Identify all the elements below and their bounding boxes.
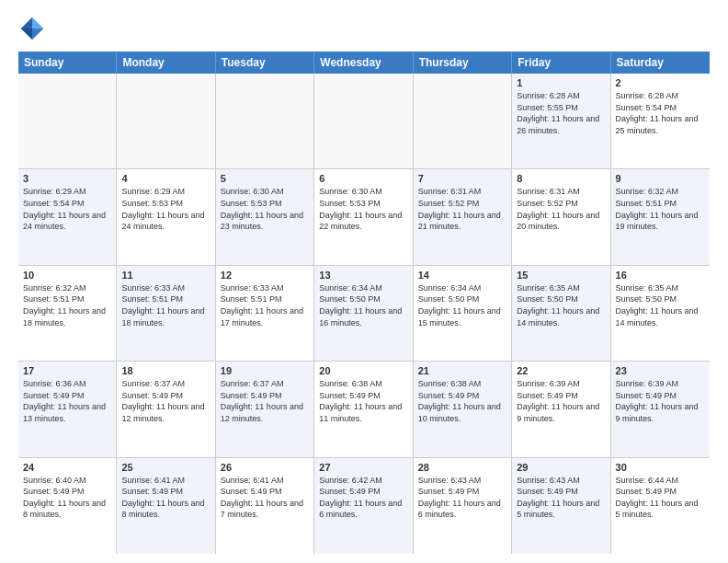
day-number: 1 <box>517 77 605 88</box>
day-number: 10 <box>23 270 111 281</box>
calendar-row: 1Sunrise: 6:28 AM Sunset: 5:55 PM Daylig… <box>18 74 710 169</box>
cell-info: Sunrise: 6:39 AM Sunset: 5:49 PM Dayligh… <box>517 378 605 424</box>
day-number: 12 <box>221 270 309 281</box>
cell-info: Sunrise: 6:32 AM Sunset: 5:51 PM Dayligh… <box>23 282 111 328</box>
cell-info: Sunrise: 6:28 AM Sunset: 5:55 PM Dayligh… <box>517 90 605 136</box>
calendar-cell: 23Sunrise: 6:39 AM Sunset: 5:49 PM Dayli… <box>611 362 710 456</box>
cell-info: Sunrise: 6:41 AM Sunset: 5:49 PM Dayligh… <box>121 475 210 521</box>
calendar-cell: 19Sunrise: 6:37 AM Sunset: 5:49 PM Dayli… <box>216 362 314 456</box>
calendar-cell: 3Sunrise: 6:29 AM Sunset: 5:54 PM Daylig… <box>18 169 117 264</box>
calendar-cell: 6Sunrise: 6:30 AM Sunset: 5:53 PM Daylig… <box>314 169 413 264</box>
calendar-cell: 1Sunrise: 6:28 AM Sunset: 5:55 PM Daylig… <box>512 74 610 168</box>
day-number: 24 <box>23 462 111 473</box>
calendar-row: 10Sunrise: 6:32 AM Sunset: 5:51 PM Dayli… <box>18 266 710 362</box>
day-number: 6 <box>319 173 407 184</box>
day-number: 17 <box>23 365 111 376</box>
calendar-cell: 14Sunrise: 6:34 AM Sunset: 5:50 PM Dayli… <box>414 266 512 361</box>
calendar-header: SundayMondayTuesdayWednesdayThursdayFrid… <box>18 52 710 74</box>
day-number: 5 <box>221 173 309 184</box>
day-number: 28 <box>418 462 506 473</box>
day-number: 27 <box>319 462 407 473</box>
cell-info: Sunrise: 6:35 AM Sunset: 5:50 PM Dayligh… <box>517 282 605 328</box>
calendar-cell: 30Sunrise: 6:44 AM Sunset: 5:49 PM Dayli… <box>611 458 710 554</box>
day-number: 26 <box>221 462 309 473</box>
calendar-body: 1Sunrise: 6:28 AM Sunset: 5:55 PM Daylig… <box>18 74 710 554</box>
day-number: 13 <box>319 270 407 281</box>
calendar-cell: 7Sunrise: 6:31 AM Sunset: 5:52 PM Daylig… <box>414 169 512 264</box>
day-number: 20 <box>319 365 407 376</box>
day-number: 23 <box>616 365 705 376</box>
calendar-cell: 26Sunrise: 6:41 AM Sunset: 5:49 PM Dayli… <box>216 458 314 554</box>
calendar-cell: 15Sunrise: 6:35 AM Sunset: 5:50 PM Dayli… <box>512 266 610 361</box>
calendar-cell: 4Sunrise: 6:29 AM Sunset: 5:53 PM Daylig… <box>117 169 215 264</box>
cell-info: Sunrise: 6:43 AM Sunset: 5:49 PM Dayligh… <box>418 475 506 521</box>
calendar-cell: 25Sunrise: 6:41 AM Sunset: 5:49 PM Dayli… <box>117 458 215 554</box>
weekday-header: Monday <box>117 52 215 74</box>
cell-info: Sunrise: 6:33 AM Sunset: 5:51 PM Dayligh… <box>121 282 210 328</box>
cell-info: Sunrise: 6:33 AM Sunset: 5:51 PM Dayligh… <box>221 282 309 328</box>
calendar-cell: 5Sunrise: 6:30 AM Sunset: 5:53 PM Daylig… <box>216 169 314 264</box>
calendar-row: 24Sunrise: 6:40 AM Sunset: 5:49 PM Dayli… <box>18 458 710 554</box>
calendar-cell <box>314 74 413 168</box>
cell-info: Sunrise: 6:34 AM Sunset: 5:50 PM Dayligh… <box>319 282 407 328</box>
page: SundayMondayTuesdayWednesdayThursdayFrid… <box>0 0 728 563</box>
day-number: 15 <box>517 270 605 281</box>
logo-icon <box>18 15 46 42</box>
calendar-cell <box>18 74 117 168</box>
cell-info: Sunrise: 6:34 AM Sunset: 5:50 PM Dayligh… <box>418 282 506 328</box>
calendar-cell: 12Sunrise: 6:33 AM Sunset: 5:51 PM Dayli… <box>216 266 314 361</box>
cell-info: Sunrise: 6:35 AM Sunset: 5:50 PM Dayligh… <box>616 282 705 328</box>
day-number: 11 <box>121 270 210 281</box>
day-number: 29 <box>517 462 605 473</box>
day-number: 30 <box>616 462 705 473</box>
cell-info: Sunrise: 6:44 AM Sunset: 5:49 PM Dayligh… <box>616 475 705 521</box>
logo <box>18 15 50 42</box>
weekday-header: Wednesday <box>314 52 413 74</box>
day-number: 2 <box>616 77 705 88</box>
day-number: 3 <box>23 173 111 184</box>
cell-info: Sunrise: 6:29 AM Sunset: 5:54 PM Dayligh… <box>23 186 111 232</box>
header <box>18 15 710 42</box>
svg-marker-4 <box>32 29 43 40</box>
calendar-cell: 27Sunrise: 6:42 AM Sunset: 5:49 PM Dayli… <box>314 458 413 554</box>
svg-marker-3 <box>21 29 32 40</box>
weekday-header: Tuesday <box>216 52 314 74</box>
cell-info: Sunrise: 6:38 AM Sunset: 5:49 PM Dayligh… <box>418 378 506 424</box>
cell-info: Sunrise: 6:40 AM Sunset: 5:49 PM Dayligh… <box>23 475 111 521</box>
cell-info: Sunrise: 6:29 AM Sunset: 5:53 PM Dayligh… <box>121 186 210 232</box>
calendar-cell <box>117 74 215 168</box>
cell-info: Sunrise: 6:30 AM Sunset: 5:53 PM Dayligh… <box>319 186 407 232</box>
cell-info: Sunrise: 6:28 AM Sunset: 5:54 PM Dayligh… <box>616 90 705 136</box>
day-number: 21 <box>418 365 506 376</box>
calendar-row: 3Sunrise: 6:29 AM Sunset: 5:54 PM Daylig… <box>18 169 710 265</box>
day-number: 16 <box>616 270 705 281</box>
calendar-cell: 29Sunrise: 6:43 AM Sunset: 5:49 PM Dayli… <box>512 458 610 554</box>
calendar-cell: 16Sunrise: 6:35 AM Sunset: 5:50 PM Dayli… <box>611 266 710 361</box>
weekday-header: Thursday <box>414 52 512 74</box>
calendar-cell: 17Sunrise: 6:36 AM Sunset: 5:49 PM Dayli… <box>18 362 117 456</box>
calendar-cell: 22Sunrise: 6:39 AM Sunset: 5:49 PM Dayli… <box>512 362 610 456</box>
calendar-cell: 20Sunrise: 6:38 AM Sunset: 5:49 PM Dayli… <box>314 362 413 456</box>
calendar-cell: 9Sunrise: 6:32 AM Sunset: 5:51 PM Daylig… <box>611 169 710 264</box>
day-number: 7 <box>418 173 506 184</box>
day-number: 8 <box>517 173 605 184</box>
calendar-cell: 24Sunrise: 6:40 AM Sunset: 5:49 PM Dayli… <box>18 458 117 554</box>
weekday-header: Friday <box>512 52 610 74</box>
calendar: SundayMondayTuesdayWednesdayThursdayFrid… <box>18 52 710 554</box>
cell-info: Sunrise: 6:36 AM Sunset: 5:49 PM Dayligh… <box>23 378 111 424</box>
day-number: 14 <box>418 270 506 281</box>
day-number: 18 <box>121 365 210 376</box>
day-number: 9 <box>616 173 705 184</box>
calendar-row: 17Sunrise: 6:36 AM Sunset: 5:49 PM Dayli… <box>18 362 710 457</box>
calendar-cell: 8Sunrise: 6:31 AM Sunset: 5:52 PM Daylig… <box>512 169 610 264</box>
cell-info: Sunrise: 6:39 AM Sunset: 5:49 PM Dayligh… <box>616 378 705 424</box>
day-number: 22 <box>517 365 605 376</box>
cell-info: Sunrise: 6:42 AM Sunset: 5:49 PM Dayligh… <box>319 475 407 521</box>
cell-info: Sunrise: 6:30 AM Sunset: 5:53 PM Dayligh… <box>221 186 309 232</box>
cell-info: Sunrise: 6:41 AM Sunset: 5:49 PM Dayligh… <box>221 475 309 521</box>
calendar-cell: 11Sunrise: 6:33 AM Sunset: 5:51 PM Dayli… <box>117 266 215 361</box>
weekday-header: Saturday <box>611 52 710 74</box>
cell-info: Sunrise: 6:31 AM Sunset: 5:52 PM Dayligh… <box>418 186 506 232</box>
weekday-header: Sunday <box>18 52 117 74</box>
calendar-cell: 13Sunrise: 6:34 AM Sunset: 5:50 PM Dayli… <box>314 266 413 361</box>
